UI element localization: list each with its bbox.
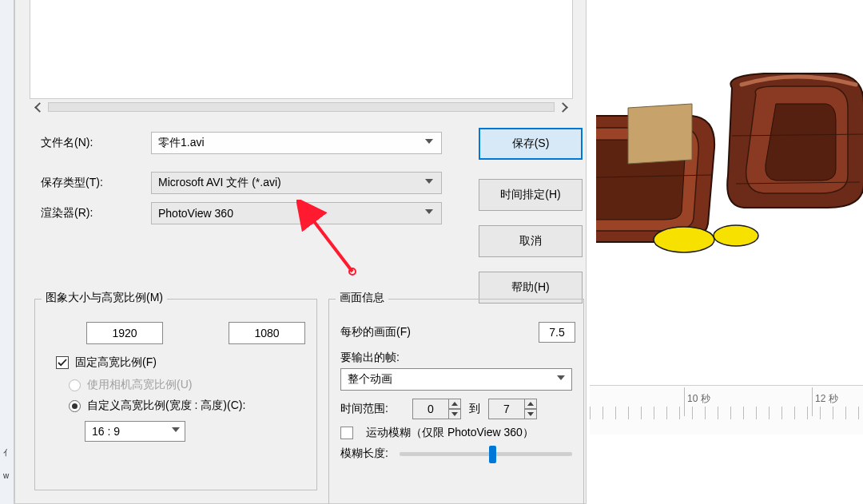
savetype-label: 保存类型(T):	[41, 176, 151, 190]
row-renderer: 渲染器(R): PhotoView 360	[41, 200, 442, 227]
row-filename: 文件名(N): 零件1.avi	[41, 129, 442, 157]
filename-label: 文件名(N):	[41, 136, 151, 150]
spin-down-icon[interactable]	[524, 409, 537, 419]
app-left-sliver: 亻 w	[0, 0, 14, 504]
svg-point-7	[714, 225, 758, 246]
motion-blur-label: 运动模糊（仅限 PhotoView 360）	[366, 426, 534, 440]
use-camera-radio	[69, 379, 81, 391]
image-size-legend: 图象大小与高宽比例(M)	[42, 291, 167, 305]
lock-aspect-checkbox-row[interactable]: 固定高宽比例(F)	[56, 355, 305, 370]
ratio-combo[interactable]: 16 : 9	[85, 421, 185, 442]
timeline-minor-ticks	[590, 407, 863, 419]
chevron-down-icon	[425, 139, 433, 144]
blur-length-label: 模糊长度:	[340, 446, 388, 461]
frame-info-group: 画面信息 每秒的画面(F) 要输出的帧: 整个动画 时间范围: 到	[328, 299, 584, 504]
frames-out-combo[interactable]: 整个动画	[340, 368, 572, 391]
spin-up-icon[interactable]	[524, 399, 537, 409]
schedule-button[interactable]: 时间排定(H)	[479, 179, 583, 211]
svg-point-1	[349, 268, 356, 275]
fps-input[interactable]	[539, 322, 575, 343]
filename-value: 零件1.avi	[158, 136, 205, 150]
save-animation-dialog: 文件名(N): 零件1.avi 保存类型(T): Microsoft AVI 文…	[14, 0, 587, 504]
ratio-value: 16 : 9	[92, 425, 120, 438]
time-from-input[interactable]	[412, 399, 449, 419]
time-to-label: 到	[469, 402, 480, 416]
custom-ratio-radio[interactable]	[69, 400, 81, 412]
filename-combo[interactable]: 零件1.avi	[151, 132, 442, 154]
cancel-button[interactable]: 取消	[479, 225, 583, 257]
timeline[interactable]: 10 秒 12 秒	[590, 385, 863, 435]
savetype-value: Microsoft AVI 文件 (*.avi)	[158, 176, 281, 190]
model-viewport[interactable]	[588, 0, 863, 383]
renderer-label: 渲染器(R):	[41, 206, 151, 220]
model-3d-icon	[596, 40, 863, 296]
chevron-down-icon	[425, 209, 433, 214]
sliver-char-2: w	[3, 471, 9, 480]
time-from-spinner[interactable]	[412, 399, 461, 419]
frame-info-legend: 画面信息	[336, 291, 388, 305]
save-button[interactable]: 保存(S)	[479, 128, 583, 160]
time-to-input[interactable]	[488, 399, 525, 419]
fps-label: 每秒的画面(F)	[340, 325, 483, 339]
row-savetype: 保存类型(T): Microsoft AVI 文件 (*.avi)	[41, 169, 442, 196]
renderer-combo[interactable]: PhotoView 360	[151, 202, 442, 224]
svg-point-6	[654, 227, 714, 252]
renderer-value: PhotoView 360	[158, 207, 233, 220]
scroll-left-icon[interactable]	[34, 102, 45, 113]
chevron-down-icon	[425, 179, 433, 184]
scroll-track[interactable]	[48, 102, 555, 112]
motion-blur-checkbox[interactable]	[340, 427, 353, 439]
save-button-label: 保存(S)	[512, 137, 550, 151]
frames-out-label: 要输出的帧:	[340, 351, 400, 363]
preview-scrollbar[interactable]	[31, 99, 571, 115]
scroll-right-icon[interactable]	[558, 102, 568, 113]
time-to-spinner[interactable]	[488, 399, 537, 419]
chevron-down-icon	[172, 427, 180, 432]
use-camera-radio-row: 使用相机高宽比例(U)	[69, 378, 305, 392]
custom-ratio-label: 自定义高宽比例(宽度 : 高度)(C):	[87, 399, 245, 413]
lock-aspect-label: 固定高宽比例(F)	[75, 355, 157, 370]
image-height-input[interactable]	[229, 322, 305, 344]
custom-ratio-radio-row[interactable]: 自定义高宽比例(宽度 : 高度)(C):	[69, 399, 305, 413]
frames-out-value: 整个动画	[348, 372, 392, 387]
motion-blur-checkbox-row[interactable]: 运动模糊（仅限 PhotoView 360）	[340, 426, 575, 440]
slider-thumb[interactable]	[489, 446, 496, 463]
image-width-input[interactable]	[86, 322, 163, 344]
blur-length-slider[interactable]	[400, 452, 572, 456]
spin-down-icon[interactable]	[448, 409, 461, 419]
preview-panel	[30, 0, 573, 99]
savetype-combo[interactable]: Microsoft AVI 文件 (*.avi)	[151, 172, 442, 194]
chevron-down-icon	[557, 375, 565, 380]
help-button-label: 帮助(H)	[511, 280, 549, 295]
use-camera-label: 使用相机高宽比例(U)	[87, 378, 192, 392]
timeline-label-10s: 10 秒	[687, 392, 710, 406]
cancel-button-label: 取消	[519, 234, 542, 248]
time-range-label: 时间范围:	[340, 402, 412, 416]
lock-aspect-checkbox[interactable]	[56, 356, 69, 369]
spin-up-icon[interactable]	[448, 399, 461, 409]
sliver-char-1: 亻	[3, 447, 11, 458]
image-size-group: 图象大小与高宽比例(M) 固定高宽比例(F) 使用相机高宽比例(U) 自定义高宽…	[34, 299, 317, 490]
schedule-button-label: 时间排定(H)	[500, 188, 560, 202]
timeline-label-12s: 12 秒	[815, 392, 838, 406]
checkmark-icon	[58, 358, 67, 367]
